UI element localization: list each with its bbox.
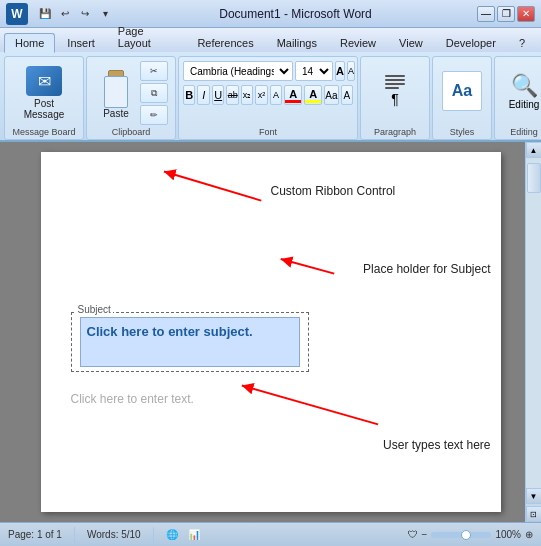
group-clipboard: Paste ✂ ⧉ ✏ Clipboard (86, 56, 176, 140)
underline-button[interactable]: U (212, 85, 224, 105)
superscript-button[interactable]: x² (255, 85, 267, 105)
line1 (385, 75, 405, 77)
clipboard-small-buttons: ✂ ⧉ ✏ (140, 61, 168, 125)
zoom-thumb[interactable] (461, 530, 471, 540)
subject-placeholder: Click here to enter subject. (87, 324, 253, 339)
status-left: Page: 1 of 1 Words: 5/10 🌐 📊 (8, 527, 200, 543)
paste-label: Paste (103, 108, 129, 119)
group-font: Cambria (Headings) 14 A A B I U ab x₂ x²… (178, 56, 358, 140)
tab-developer[interactable]: Developer (435, 33, 507, 52)
document-page: Custom Ribbon Control Subject Click here… (41, 152, 501, 512)
tab-mailings[interactable]: Mailings (266, 33, 328, 52)
subject-input[interactable]: Click here to enter subject. (80, 317, 300, 367)
scroll-track[interactable] (526, 158, 541, 488)
status-page: Page: 1 of 1 (8, 529, 62, 540)
subject-label: Subject (76, 304, 113, 315)
status-icon2: 📊 (188, 529, 200, 540)
minimize-button[interactable]: — (477, 6, 495, 22)
font-row1: Cambria (Headings) 14 A A (183, 61, 353, 81)
group-styles: Aa Styles (432, 56, 492, 140)
group-clipboard-label: Clipboard (87, 127, 175, 137)
svg-line-0 (163, 171, 260, 200)
line3 (385, 83, 405, 85)
tab-insert[interactable]: Insert (56, 33, 106, 52)
window-title: Document1 - Microsoft Word (114, 7, 477, 21)
italic-button[interactable]: I (197, 85, 209, 105)
scrollbar-vertical[interactable]: ▲ ▼ ⊡ (525, 142, 541, 522)
group-font-label: Font (179, 127, 357, 137)
status-words: Words: 5/10 (87, 529, 141, 540)
text-effect-button[interactable]: A (341, 85, 353, 105)
font-size-select[interactable]: 14 (295, 61, 333, 81)
clear-format-button[interactable]: A (270, 85, 282, 105)
scroll-bottom-button[interactable]: ⊡ (526, 506, 542, 522)
zoom-slider[interactable] (431, 532, 491, 538)
word-icon: W (6, 3, 28, 25)
group-styles-label: Styles (433, 127, 491, 137)
highlight-button[interactable]: A (304, 85, 322, 105)
styles-swatch: Aa (442, 71, 482, 111)
font-color-button[interactable]: A (284, 85, 302, 105)
font-grow-button[interactable]: A (335, 61, 345, 81)
tab-page-layout[interactable]: Page Layout (107, 21, 186, 52)
annotation-subject-placeholder: Place holder for Subject (363, 262, 490, 276)
ribbon-tabs: Home Insert Page Layout References Maili… (0, 28, 541, 52)
title-bar-left: W 💾 ↩ ↪ ▾ (6, 3, 114, 25)
change-case-button[interactable]: Aa (324, 85, 338, 105)
ribbon-body: ✉ PostMessage Message Board Paste ✂ ⧉ ✏ … (0, 52, 541, 142)
group-paragraph-label: Paragraph (361, 127, 429, 137)
qa-dropdown-button[interactable]: ▾ (96, 6, 114, 22)
quick-access-toolbar: 💾 ↩ ↪ ▾ (36, 6, 114, 22)
cut-button[interactable]: ✂ (140, 61, 168, 81)
line2 (385, 79, 405, 81)
group-editing: 🔍 Editing Editing (494, 56, 541, 140)
paste-button[interactable]: Paste (94, 61, 138, 125)
subject-box: Subject Click here to enter subject. (71, 312, 309, 372)
group-message-board: ✉ PostMessage Message Board (4, 56, 84, 140)
zoom-bar: − 100% ⊕ (422, 529, 533, 540)
scroll-down-button[interactable]: ▼ (526, 488, 542, 504)
qa-save-button[interactable]: 💾 (36, 6, 54, 22)
separator2 (153, 527, 154, 543)
editing-label: Editing (509, 99, 540, 110)
text-placeholder[interactable]: Click here to enter text. (71, 392, 471, 406)
close-button[interactable]: ✕ (517, 6, 535, 22)
tab-references[interactable]: References (186, 33, 264, 52)
status-right: 🛡 − 100% ⊕ (408, 529, 533, 540)
copy-button[interactable]: ⧉ (140, 83, 168, 103)
qa-undo-button[interactable]: ↩ (56, 6, 74, 22)
scroll-up-button[interactable]: ▲ (526, 142, 542, 158)
group-editing-label: Editing (495, 127, 541, 137)
binocular-icon: 🔍 (511, 73, 538, 99)
tab-home[interactable]: Home (4, 33, 55, 53)
editing-button[interactable]: 🔍 Editing (499, 61, 541, 121)
group-message-board-label: Message Board (5, 127, 83, 137)
paragraph-button[interactable]: ¶ (378, 61, 412, 121)
annotation-user-text: User types text here (383, 438, 490, 452)
status-icon3: 🛡 (408, 529, 418, 540)
tab-view[interactable]: View (388, 33, 434, 52)
zoom-minus-button[interactable]: − (422, 529, 428, 540)
format-painter-button[interactable]: ✏ (140, 105, 168, 125)
paste-icon (100, 68, 132, 108)
tab-review[interactable]: Review (329, 33, 387, 52)
strikethrough-button[interactable]: ab (226, 85, 238, 105)
group-paragraph: ¶ Paragraph (360, 56, 430, 140)
post-message-button[interactable]: ✉ PostMessage (9, 61, 79, 125)
document-area: Custom Ribbon Control Subject Click here… (0, 142, 541, 522)
font-family-select[interactable]: Cambria (Headings) (183, 61, 293, 81)
paragraph-lines-icon (385, 75, 405, 89)
font-shrink-button[interactable]: A (347, 61, 355, 81)
tab-help[interactable]: ? (508, 33, 536, 52)
separator1 (74, 527, 75, 543)
post-message-label: PostMessage (24, 98, 65, 120)
bold-button[interactable]: B (183, 85, 195, 105)
scroll-thumb[interactable] (527, 163, 541, 193)
subscript-button[interactable]: x₂ (241, 85, 253, 105)
styles-button[interactable]: Aa (437, 61, 487, 121)
status-icon1: 🌐 (166, 529, 178, 540)
restore-button[interactable]: ❐ (497, 6, 515, 22)
status-bar: Page: 1 of 1 Words: 5/10 🌐 📊 🛡 − 100% ⊕ (0, 522, 541, 546)
qa-redo-button[interactable]: ↪ (76, 6, 94, 22)
zoom-plus-button[interactable]: ⊕ (525, 529, 533, 540)
